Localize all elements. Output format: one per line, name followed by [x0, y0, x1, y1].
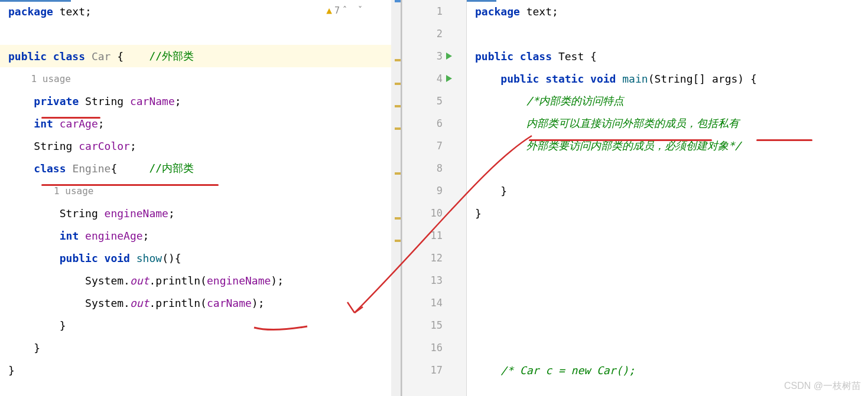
code-line[interactable]: public void show(){ — [0, 247, 401, 269]
code-line[interactable]: 内部类可以直接访问外部类的成员，包括私有 — [467, 112, 868, 135]
gutter: 1234567891011121314151617 — [402, 0, 467, 396]
code-line[interactable]: 1 usage — [0, 179, 401, 202]
line-number: 8 — [426, 162, 443, 174]
warning-nav-arrows[interactable]: ˆ ˇ — [342, 5, 365, 16]
gutter-row[interactable]: 13 — [402, 269, 466, 292]
gutter-row[interactable]: 15 — [402, 314, 466, 336]
line-number: 1 — [426, 5, 443, 17]
line-number: 2 — [426, 28, 443, 40]
code-line[interactable]: System.out.println(engineName); — [0, 269, 401, 292]
line-number: 14 — [426, 297, 443, 309]
code-line[interactable]: private String carName; — [0, 90, 401, 112]
line-number: 3 — [426, 50, 443, 62]
code-line[interactable] — [467, 224, 868, 247]
code-line[interactable]: /* Car c = new Car(); — [467, 359, 868, 381]
code-line[interactable] — [467, 157, 868, 179]
line-number: 15 — [426, 319, 443, 331]
code-line[interactable]: public class Car { //外部类 — [0, 45, 401, 67]
gutter-row[interactable]: 2 — [402, 22, 466, 45]
code-line[interactable]: System.out.println(carName); — [0, 292, 401, 314]
code-line[interactable]: 外部类要访问内部类的成员，必须创建对象*/ — [467, 135, 868, 157]
line-number: 9 — [426, 185, 443, 197]
right-editor-pane: package text;public class Test { public … — [467, 0, 868, 396]
gutter-row[interactable]: 6 — [402, 112, 466, 135]
usage-hint: 1 usage — [8, 185, 94, 197]
code-line[interactable] — [467, 269, 868, 292]
code-line[interactable] — [467, 292, 868, 314]
watermark: CSDN @一枝树苗 — [784, 380, 861, 392]
code-line[interactable] — [467, 314, 868, 336]
code-line[interactable] — [467, 22, 868, 45]
warning-count: 7 — [334, 5, 340, 16]
line-number: 5 — [426, 95, 443, 107]
code-line[interactable] — [0, 22, 401, 45]
line-number: 12 — [426, 252, 443, 264]
line-number: 4 — [426, 73, 443, 84]
gutter-row[interactable]: 8 — [402, 157, 466, 179]
code-line[interactable]: } — [467, 202, 868, 224]
code-line[interactable]: /*内部类的访问特点 — [467, 90, 868, 112]
code-line[interactable]: } — [0, 314, 401, 336]
code-line[interactable]: package text; — [467, 0, 868, 22]
line-number: 11 — [426, 230, 443, 241]
code-line[interactable]: String engineName; — [0, 202, 401, 224]
code-line[interactable]: public static void main(String[] args) { — [467, 67, 868, 90]
gutter-row[interactable]: 5 — [402, 90, 466, 112]
gutter-row[interactable]: 16 — [402, 336, 466, 359]
run-gutter-icon[interactable] — [446, 75, 452, 82]
code-line[interactable]: } — [0, 336, 401, 359]
code-line[interactable]: class Engine{ //内部类 — [0, 157, 401, 179]
gutter-row[interactable]: 11 — [402, 224, 466, 247]
code-line[interactable]: } — [0, 359, 401, 381]
gutter-row[interactable]: 9 — [402, 179, 466, 202]
gutter-row[interactable]: 12 — [402, 247, 466, 269]
gutter-row[interactable]: 1 — [402, 0, 466, 22]
line-number: 6 — [426, 117, 443, 129]
code-line[interactable]: int engineAge; — [0, 224, 401, 247]
warning-icon: ▲ — [326, 5, 332, 16]
code-line[interactable]: int carAge; — [0, 112, 401, 135]
line-number: 10 — [426, 207, 443, 219]
gutter-row[interactable]: 14 — [402, 292, 466, 314]
code-line[interactable]: public class Test { — [467, 45, 868, 67]
gutter-row[interactable]: 3 — [402, 45, 466, 67]
line-number: 17 — [426, 364, 443, 376]
line-number: 7 — [426, 140, 443, 152]
code-line[interactable]: } — [467, 179, 868, 202]
run-gutter-icon[interactable] — [446, 53, 452, 60]
gutter-row[interactable]: 7 — [402, 135, 466, 157]
code-line[interactable]: 1 usage — [0, 67, 401, 90]
left-code-area[interactable]: package text;public class Car { //外部类 1 … — [0, 0, 401, 396]
line-number: 13 — [426, 274, 443, 286]
gutter-row[interactable]: 17 — [402, 359, 466, 381]
gutter-row[interactable]: 4 — [402, 67, 466, 90]
code-line[interactable] — [467, 247, 868, 269]
warnings-indicator[interactable]: ▲ 7 ˆ ˇ — [326, 5, 365, 16]
code-line[interactable]: String carColor; — [0, 135, 401, 157]
left-scrollbar[interactable] — [391, 0, 401, 396]
line-number: 16 — [426, 342, 443, 354]
gutter-row[interactable]: 10 — [402, 202, 466, 224]
usage-hint: 1 usage — [8, 73, 71, 84]
left-editor-pane: package text;public class Car { //外部类 1 … — [0, 0, 402, 396]
code-line[interactable] — [467, 336, 868, 359]
right-code-area[interactable]: package text;public class Test { public … — [467, 0, 868, 396]
